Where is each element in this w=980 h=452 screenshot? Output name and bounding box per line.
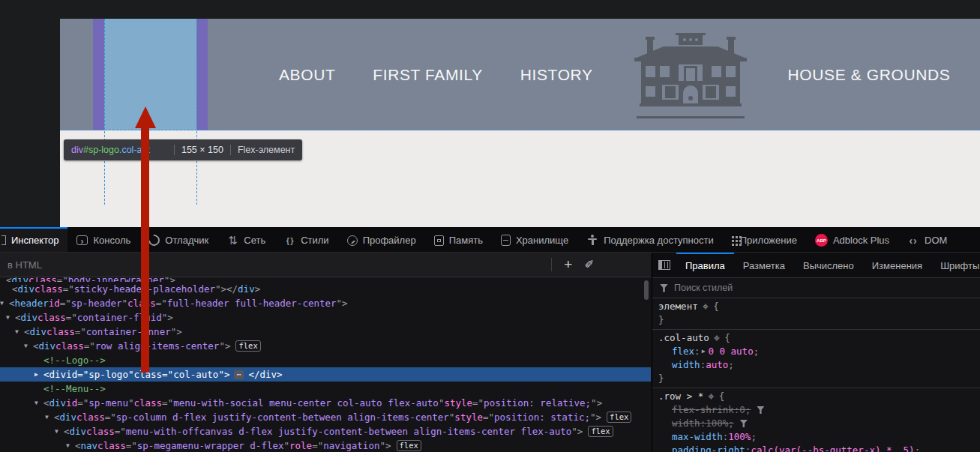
css-declaration[interactable]: max-width: 100%;	[652, 430, 980, 444]
devtools-tab[interactable]: ABPAdblock Plus	[806, 227, 898, 252]
code-part: div	[49, 396, 67, 410]
property-value[interactable]: calc(var(--bs-gutter-x) * .5)	[751, 444, 914, 452]
devtools-tab[interactable]: DOM	[898, 227, 956, 252]
rules-tab[interactable]: Шрифты	[931, 253, 980, 277]
overridden-filter-icon[interactable]	[740, 420, 748, 427]
expand-down-icon[interactable]: ▼	[0, 296, 9, 310]
tree-row[interactable]: ▼<div class="container-fluid">	[0, 310, 651, 325]
nav-item[interactable]: FIRST FAMILY	[373, 66, 482, 84]
sidebar-toggle-icon	[658, 260, 670, 270]
expand-down-icon[interactable]: ▼	[34, 396, 43, 410]
code-part: div	[30, 325, 47, 339]
expand-down-icon[interactable]: ▼	[24, 339, 33, 353]
code-part: ="	[126, 439, 137, 452]
expand-down-icon[interactable]: ▼	[66, 439, 75, 452]
code-part: <	[64, 424, 70, 439]
css-declaration[interactable]: width: 100%;	[652, 417, 980, 430]
devtools-tab[interactable]: Приложение	[723, 227, 806, 252]
expand-down-icon[interactable]: ▼	[45, 410, 54, 424]
css-declaration[interactable]: flex: ▶0 0 auto;	[652, 345, 980, 358]
property-value[interactable]: 100%	[706, 417, 728, 430]
add-node-icon[interactable]: +	[564, 259, 572, 271]
rules-tab[interactable]: Разметка	[734, 253, 794, 277]
sidebar-toggle-button[interactable]	[652, 253, 676, 277]
overridden-filter-icon[interactable]	[757, 406, 764, 414]
devtools-tab[interactable]: Хранилище	[492, 227, 577, 252]
tab-label: DOM	[925, 235, 947, 246]
code-part: ="	[77, 396, 88, 410]
markup-tree: <div class="body-innerwrapper"><div clas…	[0, 277, 651, 452]
tab-label: Отладчик	[165, 235, 208, 246]
flex-badge[interactable]: flex	[607, 412, 631, 423]
expand-down-icon[interactable]: ▼	[15, 325, 24, 339]
expand-right-icon[interactable]: ▶	[702, 345, 706, 358]
target-icon[interactable]: ⌖	[708, 390, 714, 403]
rule-selector[interactable]: элемент	[658, 300, 698, 313]
devtools-tab[interactable]: Инспектор	[0, 227, 67, 252]
nav-item[interactable]: HOUSE & GROUNDS	[788, 66, 951, 84]
property-name[interactable]: flex	[672, 345, 694, 358]
css-declaration[interactable]: width: auto;	[652, 358, 980, 372]
rules-tab[interactable]: Изменения	[863, 253, 931, 277]
property-value[interactable]: 0 0 auto	[708, 345, 753, 358]
expand-down-icon[interactable]: ▼	[55, 424, 64, 439]
code-part: "	[439, 396, 445, 410]
css-rule: элемент⌖{}	[652, 298, 980, 330]
tree-row[interactable]: ▼<div class="row align-items-center">fle…	[0, 339, 651, 353]
devtools-tab[interactable]: Отладчик	[139, 227, 217, 252]
tree-row[interactable]: ▼<div class="menu-with-offcanvas d-flex …	[0, 424, 651, 439]
property-name[interactable]: width	[672, 358, 700, 372]
scrollbar-thumb[interactable]	[644, 280, 649, 300]
rule-selector[interactable]: .col-auto	[658, 331, 709, 345]
tree-row[interactable]: ▶<div id="sp-logo" class="col-auto">⋯</d…	[0, 367, 651, 382]
property-value[interactable]: 100%	[728, 430, 751, 444]
nav-item[interactable]: HISTORY	[520, 66, 593, 84]
devtools-tab[interactable]: Консоль	[67, 227, 139, 252]
rules-search-input[interactable]: Поиск стилей	[674, 283, 733, 293]
nav-left: ABOUTFIRST FAMILYHISTORY	[279, 66, 593, 84]
devtools-tab[interactable]: Память	[425, 227, 492, 252]
property-value[interactable]: auto	[706, 358, 728, 372]
code-part: ="	[156, 296, 167, 310]
eyedropper-icon[interactable]: ✐	[584, 258, 594, 271]
expand-down-icon[interactable]: ▼	[6, 310, 15, 325]
devtools-tab[interactable]: Профайлер	[338, 227, 425, 252]
tab-label: Память	[449, 235, 483, 246]
site-logo[interactable]	[631, 27, 751, 123]
infobar-flex-label: Flex-элемент	[238, 145, 295, 155]
code-part: style	[444, 396, 472, 410]
rules-tab[interactable]: Правила	[676, 253, 734, 277]
css-declaration[interactable]: flex-shrink: 0;	[652, 403, 980, 417]
css-declaration[interactable]: padding-right: calc(var(--bs-gutter-x) *…	[652, 444, 980, 452]
nav-item[interactable]: ABOUT	[279, 66, 335, 84]
target-icon[interactable]: ⌖	[703, 300, 709, 313]
tree-row[interactable]: <div class="sticky-header-placeholder"><…	[0, 282, 651, 296]
tree-row[interactable]: <!--Logo-->	[0, 353, 651, 367]
devtools-tab[interactable]: Поддержка доступности	[577, 227, 723, 252]
tree-row[interactable]: ▼<div class="sp-column d-flex justify-co…	[0, 410, 651, 424]
property-value[interactable]: 0	[739, 403, 745, 417]
property-name[interactable]: max-width	[672, 430, 723, 444]
property-name[interactable]: width	[672, 417, 700, 430]
tree-row[interactable]: ▼<header id="sp-header" class="full-head…	[0, 296, 651, 310]
expand-right-icon[interactable]: ▶	[34, 367, 43, 382]
devtools-tab[interactable]: Сеть	[217, 227, 274, 252]
tree-row[interactable]: ▼<div id="sp-menu" class="menu-with-soci…	[0, 396, 651, 410]
tree-row[interactable]: <!--Menu-->	[0, 382, 651, 396]
flex-badge[interactable]: flex	[235, 340, 260, 352]
rules-tab[interactable]: Вычислено	[794, 253, 863, 277]
tree-row[interactable]: ▼<div class="container-inner">	[0, 325, 651, 339]
flex-badge[interactable]: flex	[397, 440, 421, 451]
more-badge[interactable]: ⋯	[234, 370, 244, 379]
tree-row[interactable]: ▼<nav class="sp-megamenu-wrapper d-flex"…	[0, 439, 651, 452]
property-name[interactable]: flex-shrink	[672, 403, 734, 417]
property-name[interactable]: padding-right	[672, 444, 745, 452]
colon: :	[700, 358, 706, 372]
open-brace: {	[724, 331, 730, 345]
target-icon[interactable]: ⌖	[714, 331, 720, 345]
flex-badge[interactable]: flex	[588, 426, 613, 437]
markup-search-input[interactable]: в HTML	[7, 259, 42, 271]
devtools-tab[interactable]: Стили	[274, 227, 337, 252]
rules-panel: ПравилаРазметкаВычисленоИзмененияШрифты …	[652, 253, 980, 452]
rule-selector[interactable]: .row > *	[658, 390, 703, 403]
